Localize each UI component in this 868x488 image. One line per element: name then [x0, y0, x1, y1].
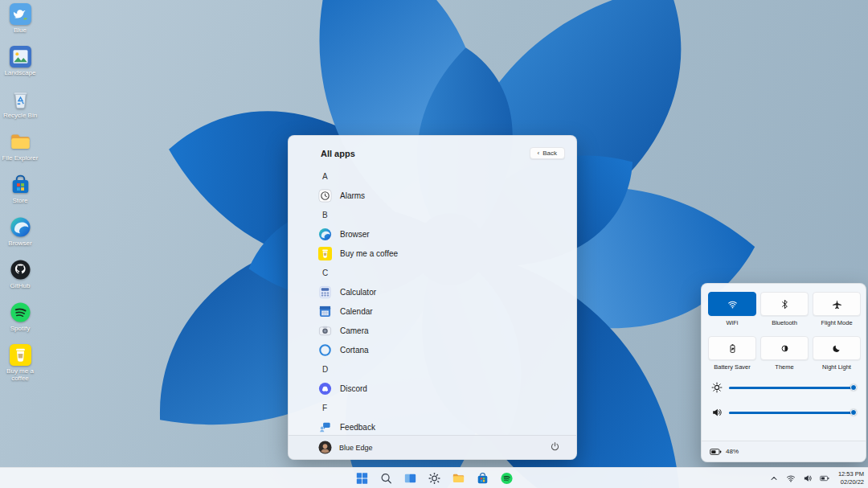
app-section-letter-c[interactable]: C	[289, 263, 571, 282]
tray-date: 02/20/22	[838, 478, 864, 486]
edge-icon	[10, 216, 31, 238]
night-light-toggle[interactable]	[813, 336, 861, 360]
taskbar-task-view-button[interactable]	[401, 469, 420, 487]
quick-settings-grid: WiFi Bluetooth Flight Mode Battery Saver…	[702, 284, 866, 371]
desktop-icon-label: Landscape	[4, 69, 35, 76]
brightness-slider-thumb[interactable]	[850, 384, 857, 391]
app-section-letter-b[interactable]: B	[289, 205, 571, 224]
taskbar-clock[interactable]: 12:53 PM 02/20/22	[836, 470, 864, 486]
back-button-label: Back	[542, 150, 557, 157]
taskbar: 12:53 PM 02/20/22	[0, 467, 868, 488]
desktop-icon-store[interactable]: Store	[2, 174, 39, 216]
user-name: Blue Edge	[339, 444, 373, 452]
desktop-icon-spotify[interactable]: Spotify	[2, 301, 39, 344]
desktop-icon-label: Buy me a coffee	[2, 367, 39, 382]
desktop-icon-label: File Explorer	[2, 154, 39, 162]
wifi-label: WiFi	[727, 319, 739, 326]
app-item-calculator[interactable]: Calculator	[289, 282, 571, 301]
feedback-icon	[318, 420, 332, 434]
bluetooth-toggle[interactable]	[760, 292, 809, 316]
battery-saver-toggle[interactable]	[708, 336, 756, 360]
flight-mode-toggle[interactable]	[813, 292, 861, 316]
taskbar-center-icons	[353, 468, 516, 488]
user-avatar	[318, 441, 332, 454]
volume-slider-thumb[interactable]	[850, 409, 857, 416]
desktop-icon-label: Recycle Bin	[3, 112, 37, 119]
quick-setting-theme: Theme	[760, 336, 809, 371]
cortana-icon	[318, 343, 332, 357]
quick-setting-battery-saver: Battery Saver	[708, 336, 756, 371]
system-tray: 12:53 PM 02/20/22	[768, 468, 864, 488]
taskbar-store-button[interactable]	[473, 469, 492, 487]
github-icon	[10, 259, 31, 281]
chevron-left-icon: ‹	[538, 150, 540, 157]
app-item-alarms[interactable]: Alarms	[289, 186, 571, 205]
desktop-icon-label: GitHub	[10, 282, 31, 289]
app-item-camera[interactable]: Camera	[289, 321, 571, 340]
quick-setting-bluetooth: Bluetooth	[760, 292, 809, 326]
wifi-toggle[interactable]	[708, 292, 756, 316]
app-section-letter-a[interactable]: A	[289, 166, 571, 186]
desktop-icon-file-explorer[interactable]: File Explorer	[2, 131, 39, 174]
coffee-icon	[10, 344, 31, 366]
desktop-icon-recycle-bin[interactable]: Recycle Bin	[2, 88, 39, 131]
back-button[interactable]: ‹ Back	[530, 147, 565, 159]
quick-setting-flight-mode: Flight Mode	[813, 292, 861, 326]
all-apps-title: All apps	[321, 149, 355, 158]
desktop-icon-label: Spotify	[10, 325, 30, 332]
app-section-letter-f[interactable]: F	[289, 398, 571, 417]
tray-hidden-icons-icon[interactable]	[768, 473, 780, 484]
battery-saver-label: Battery Saver	[714, 363, 750, 371]
bluetooth-label: Bluetooth	[772, 319, 797, 326]
app-item-label: Discord	[340, 384, 367, 393]
quick-setting-wifi: WiFi	[708, 292, 756, 326]
app-item-label: Calculator	[340, 288, 376, 297]
app-item-label: Cortana	[340, 346, 369, 355]
taskbar-search-button[interactable]	[377, 469, 395, 487]
quick-setting-night-light: Night Light	[813, 336, 861, 371]
tray-volume-icon[interactable]	[802, 473, 813, 484]
app-item-calendar[interactable]: Calendar	[289, 301, 571, 321]
tray-battery-icon[interactable]	[819, 473, 830, 484]
edge-icon	[318, 228, 332, 241]
desktop-icon-buy-me-a-coffee[interactable]: Buy me a coffee	[2, 344, 39, 387]
theme-label: Theme	[775, 363, 793, 371]
desktop-icon-github[interactable]: GitHub	[2, 259, 39, 301]
desktop-icon-browser[interactable]: Browser	[2, 216, 39, 259]
taskbar-file-explorer-button[interactable]	[449, 469, 468, 487]
desktop-icon-label: Browser	[8, 240, 31, 247]
volume-icon	[711, 407, 723, 418]
app-item-browser[interactable]: Browser	[289, 224, 571, 244]
app-item-buy-me-a-coffee[interactable]: Buy me a coffee	[289, 244, 571, 263]
app-item-feedback[interactable]: Feedback	[289, 417, 571, 437]
app-item-discord[interactable]: Discord	[289, 379, 571, 398]
start-menu-header: All apps ‹ Back	[321, 147, 565, 159]
folder-icon	[10, 131, 31, 153]
all-apps-list: A Alarms B Browser Buy me a coffee C Cal…	[289, 166, 571, 437]
power-button[interactable]	[547, 441, 562, 455]
coffee-icon	[318, 247, 332, 260]
power-icon	[550, 441, 560, 454]
desktop-icon-landscape[interactable]: Landscape	[2, 46, 39, 88]
app-section-letter-d[interactable]: D	[289, 359, 571, 379]
app-item-label: Alarms	[340, 191, 365, 200]
app-item-cortana[interactable]: Cortana	[289, 340, 571, 359]
brightness-icon	[711, 382, 723, 393]
night-light-label: Night Light	[822, 363, 851, 371]
taskbar-settings-button[interactable]	[425, 469, 444, 487]
calculator-icon	[318, 285, 332, 299]
taskbar-start-button[interactable]	[353, 469, 371, 487]
battery-percent: 48%	[726, 448, 739, 455]
alarms-icon	[318, 189, 332, 203]
volume-slider-track[interactable]	[729, 412, 856, 414]
tray-network-icon[interactable]	[785, 473, 796, 484]
start-menu: All apps ‹ Back A Alarms B Browser Buy m…	[288, 135, 577, 460]
brightness-slider	[711, 382, 856, 393]
theme-toggle[interactable]	[760, 336, 809, 360]
app-item-label: Browser	[340, 230, 370, 239]
desktop-icon-blue[interactable]: Blue	[2, 3, 39, 46]
taskbar-spotify-button[interactable]	[497, 469, 516, 487]
user-profile-button[interactable]: Blue Edge	[318, 441, 373, 454]
flight-mode-label: Flight Mode	[821, 319, 852, 326]
brightness-slider-track[interactable]	[729, 387, 856, 389]
